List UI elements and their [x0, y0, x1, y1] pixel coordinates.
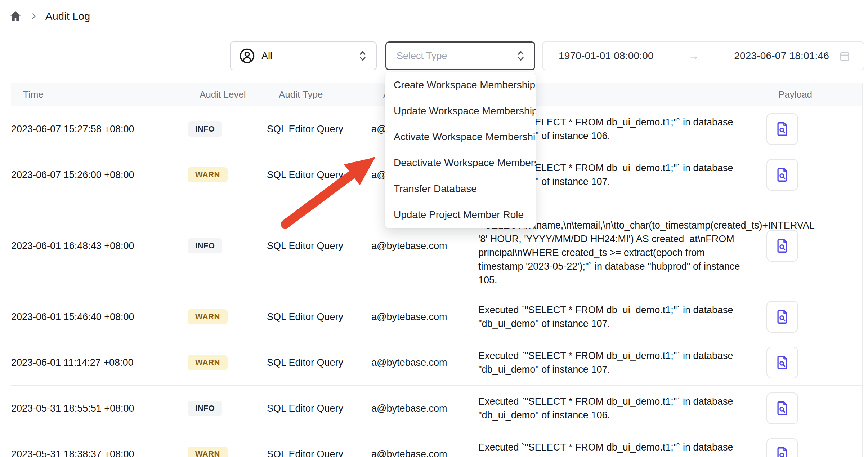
menu-item-update-project-member-role[interactable]: Update Project Member Role: [385, 202, 536, 228]
view-payload-button[interactable]: [766, 301, 798, 333]
audit-type: SQL Editor Query: [267, 311, 371, 323]
document-search-icon: [774, 354, 791, 371]
audit-time: 2023-06-01 11:14:27 +08:00: [11, 357, 188, 368]
menu-item-activate-workspace-membership[interactable]: Activate Workspace Membership: [385, 124, 536, 150]
user-circle-icon: [239, 48, 255, 64]
header-audit-level: Audit Level: [200, 89, 279, 100]
audit-level-badge: WARN: [188, 355, 228, 370]
date-range-end[interactable]: 2023-06-07 18:01:46: [734, 50, 829, 62]
actor-filter-select[interactable]: All: [230, 41, 377, 70]
header-audit-type: Audit Type: [279, 89, 383, 100]
document-search-icon: [774, 446, 791, 457]
audit-type: SQL Editor Query: [267, 240, 371, 252]
document-search-icon: [774, 121, 791, 137]
audit-comment: Executed `"SELECT * FROM db_ui_demo.t1;"…: [478, 349, 747, 376]
audit-type: SQL Editor Query: [267, 403, 371, 414]
view-payload-button[interactable]: [766, 438, 798, 457]
audit-actor: a@bytebase.com: [371, 311, 478, 323]
audit-time: 2023-05-31 18:38:37 +08:00: [11, 449, 188, 457]
arrow-right-icon: →: [665, 50, 723, 62]
view-payload-button[interactable]: [766, 113, 798, 145]
audit-type: SQL Editor Query: [267, 357, 371, 368]
audit-time: 2023-06-01 15:46:40 +08:00: [11, 311, 188, 323]
menu-item-deactivate-workspace-membership[interactable]: Deactivate Workspace Membership: [385, 150, 536, 176]
audit-comment: Executed `"SELECT * FROM db_ui_demo.t1;"…: [478, 440, 747, 457]
chevron-right-icon: [30, 12, 38, 21]
header-time: Time: [23, 89, 200, 100]
document-search-icon: [774, 309, 791, 325]
menu-item-transfer-database[interactable]: Transfer Database: [385, 176, 536, 202]
page-title: Audit Log: [45, 10, 90, 22]
audit-comment: Executed `"SELECT * FROM db_ui_demo.t1;"…: [478, 303, 747, 330]
date-range-picker[interactable]: 1970-01-01 08:00:00 → 2023-06-07 18:01:4…: [542, 41, 864, 70]
audit-time: 2023-06-07 15:27:58 +08:00: [11, 124, 188, 135]
table-row: 2023-05-31 18:38:37 +08:00 WARN SQL Edit…: [11, 431, 862, 457]
audit-level-badge: INFO: [188, 238, 222, 253]
view-payload-button[interactable]: [766, 230, 798, 262]
audit-log-page: { "breadcrumb": { "title": "Audit Log" }…: [0, 0, 868, 457]
audit-level-badge: WARN: [188, 309, 228, 324]
table-row: 2023-06-01 15:46:40 +08:00 WARN SQL Edit…: [11, 294, 862, 340]
actor-filter-value: All: [261, 50, 272, 62]
document-search-icon: [774, 238, 791, 254]
chevron-up-down-icon: [357, 50, 368, 62]
audit-actor: a@bytebase.com: [371, 357, 478, 368]
audit-type: SQL Editor Query: [267, 124, 371, 135]
audit-time: 2023-06-07 15:26:00 +08:00: [11, 169, 188, 181]
document-search-icon: [774, 400, 791, 417]
audit-type: SQL Editor Query: [267, 169, 371, 181]
table-row: 2023-06-01 11:14:27 +08:00 WARN SQL Edit…: [11, 340, 862, 386]
document-search-icon: [774, 167, 791, 183]
view-payload-button[interactable]: [766, 392, 798, 424]
chevron-up-down-icon: [515, 50, 526, 62]
header-payload: Payload: [768, 89, 862, 100]
audit-actor: a@bytebase.com: [371, 449, 478, 457]
menu-item-update-workspace-membership[interactable]: Update Workspace Membership: [385, 98, 536, 124]
type-filter-select[interactable]: Select Type: [385, 41, 535, 70]
menu-item-create-workspace-membership[interactable]: Create Workspace Membership: [385, 72, 536, 98]
calendar-icon: [838, 50, 851, 62]
audit-type: SQL Editor Query: [267, 449, 371, 457]
home-icon[interactable]: [9, 9, 22, 23]
breadcrumb: Audit Log: [9, 9, 90, 23]
table-row: 2023-05-31 18:55:51 +08:00 INFO SQL Edit…: [11, 386, 862, 431]
audit-time: 2023-06-01 16:48:43 +08:00: [11, 240, 188, 252]
view-payload-button[interactable]: [766, 347, 798, 378]
audit-actor: a@bytebase.com: [371, 240, 478, 252]
audit-time: 2023-05-31 18:55:51 +08:00: [11, 403, 188, 414]
view-payload-button[interactable]: [766, 159, 798, 191]
audit-comment: Executed `"SELECT * FROM db_ui_demo.t1;"…: [478, 395, 747, 422]
audit-level-badge: WARN: [188, 447, 228, 457]
type-filter-dropdown-menu: Create Workspace Membership Update Works…: [385, 72, 536, 228]
type-filter-placeholder: Select Type: [397, 50, 447, 62]
audit-level-badge: WARN: [188, 167, 228, 182]
date-range-start[interactable]: 1970-01-01 08:00:00: [559, 50, 654, 62]
audit-level-badge: INFO: [188, 121, 222, 137]
audit-level-badge: INFO: [188, 401, 222, 416]
audit-actor: a@bytebase.com: [371, 403, 478, 414]
